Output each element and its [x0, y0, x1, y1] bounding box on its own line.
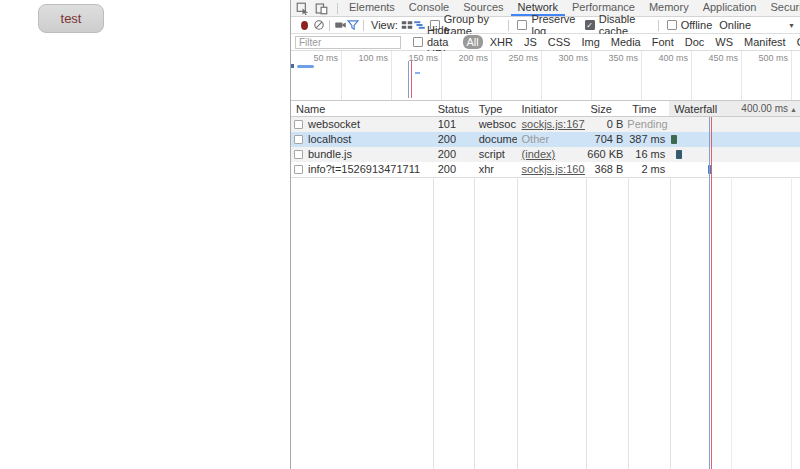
- request-size: 660 KB: [585, 147, 627, 162]
- devtools-panel: ElementsConsoleSourcesNetworkPerformance…: [290, 0, 800, 469]
- load-event-line: [711, 117, 712, 469]
- funnel-icon: [347, 19, 359, 31]
- filter-pill-xhr[interactable]: XHR: [486, 35, 517, 49]
- filter-pill-js[interactable]: JS: [520, 35, 541, 49]
- network-requests-table: Name Status Type Initiator Size Time Wat…: [291, 101, 800, 469]
- row-checkbox[interactable]: [294, 120, 303, 129]
- column-header-waterfall[interactable]: Waterfall 400.00 ms▲: [669, 101, 800, 116]
- filter-toggle-button[interactable]: [347, 19, 359, 32]
- row-checkbox[interactable]: [294, 135, 303, 144]
- tab-elements[interactable]: Elements: [342, 0, 402, 16]
- offline-checkbox[interactable]: Offline: [667, 19, 713, 31]
- domcontentloaded-line: [709, 117, 710, 469]
- initiator-link[interactable]: sockjs.js:1679: [522, 118, 586, 130]
- table-row[interactable]: info?t=1526913471711 200 xhr sockjs.js:1…: [291, 162, 800, 177]
- request-status: 200: [433, 147, 474, 162]
- capture-screenshots-button[interactable]: [334, 19, 347, 32]
- test-button[interactable]: test: [38, 4, 104, 33]
- large-request-rows-button[interactable]: [401, 19, 413, 32]
- table-row[interactable]: websocket 101 websoc... sockjs.js:1679 0…: [291, 117, 800, 132]
- request-time: 16 ms: [627, 147, 669, 162]
- request-time: 387 ms: [627, 132, 669, 147]
- separator: [508, 20, 509, 31]
- inspect-cursor-icon: [296, 2, 309, 15]
- request-name: websocket: [308, 117, 360, 132]
- checkbox-box[interactable]: [667, 20, 677, 30]
- request-initiator: Other: [517, 132, 586, 147]
- filter-input[interactable]: [295, 36, 401, 49]
- filter-pill-doc[interactable]: Doc: [681, 35, 709, 49]
- overview-tick-label: 400 ms: [642, 53, 688, 63]
- overview-tick-label: 500 ms: [742, 53, 788, 63]
- overview-tick-label: 50 ms: [292, 53, 338, 63]
- overview-tick-label: 200 ms: [442, 53, 488, 63]
- request-type: script: [474, 147, 517, 162]
- request-waterfall-cell: [669, 162, 800, 177]
- checkbox-box[interactable]: [517, 20, 527, 30]
- filter-pill-other[interactable]: Other: [793, 35, 800, 49]
- tab-memory[interactable]: Memory: [642, 0, 696, 16]
- column-header-time[interactable]: Time: [627, 103, 669, 115]
- inspect-element-button[interactable]: [295, 2, 310, 15]
- request-waterfall-cell: [669, 117, 800, 132]
- domcontentloaded-line: [408, 61, 409, 98]
- table-row[interactable]: bundle.js 200 script (index) 660 KB 16 m…: [291, 147, 800, 162]
- table-body: websocket 101 websoc... sockjs.js:1679 0…: [291, 117, 800, 177]
- row-checkbox[interactable]: [294, 150, 303, 159]
- checkbox-box-checked[interactable]: ✓: [585, 20, 595, 30]
- network-toolbar: View: Group by frame Preserve log ✓ Dis: [291, 17, 800, 34]
- overview-request-mark: [291, 64, 294, 68]
- filter-pill-media[interactable]: Media: [607, 35, 645, 49]
- device-toolbar-button[interactable]: [314, 2, 329, 15]
- request-status: 200: [433, 162, 474, 177]
- request-name: localhost: [308, 132, 351, 147]
- chevron-down-icon[interactable]: ▼: [788, 22, 795, 29]
- column-header-type[interactable]: Type: [474, 103, 517, 115]
- column-header-status[interactable]: Status: [433, 103, 474, 115]
- request-initiator: (index): [517, 147, 586, 162]
- clear-network-log-button[interactable]: [313, 19, 325, 32]
- initiator-link[interactable]: (index): [522, 148, 556, 160]
- filter-pill-all[interactable]: All: [463, 35, 483, 49]
- request-time: 2 ms: [627, 162, 669, 177]
- network-filterbar: Hide data URLs AllXHRJSCSSImgMediaFontDo…: [291, 34, 800, 51]
- separator: [337, 3, 338, 14]
- request-type: websoc...: [474, 117, 517, 132]
- filter-pill-css[interactable]: CSS: [544, 35, 575, 49]
- clear-icon: [313, 19, 325, 31]
- initiator-link[interactable]: sockjs.js:1601: [522, 163, 586, 175]
- overview-tick-label: 300 ms: [542, 53, 588, 63]
- filter-pill-font[interactable]: Font: [648, 35, 678, 49]
- column-header-size[interactable]: Size: [585, 103, 627, 115]
- overview-tick-label: 150 ms: [392, 53, 438, 63]
- tab-security[interactable]: Security: [763, 0, 800, 16]
- overview-tick-label: 450 ms: [692, 53, 738, 63]
- checkbox-box[interactable]: [413, 37, 423, 47]
- overview-gridline: [791, 51, 792, 100]
- record-network-log-button[interactable]: [301, 21, 308, 30]
- network-overview[interactable]: 50 ms100 ms150 ms200 ms250 ms300 ms350 m…: [291, 51, 800, 101]
- request-initiator: sockjs.js:1679: [517, 117, 586, 132]
- filter-pill-img[interactable]: Img: [577, 35, 603, 49]
- column-header-initiator[interactable]: Initiator: [517, 103, 586, 115]
- overview-request-mark: [415, 72, 420, 74]
- overview-tick-label: 250 ms: [492, 53, 538, 63]
- filter-pill-ws[interactable]: WS: [711, 35, 737, 49]
- sort-ascending-icon: ▲: [790, 106, 797, 113]
- tab-application[interactable]: Application: [696, 0, 764, 16]
- waterfall-bar: [671, 135, 677, 144]
- separator: [658, 20, 659, 31]
- row-checkbox[interactable]: [294, 165, 303, 174]
- table-row[interactable]: localhost 200 document Other 704 B 387 m…: [291, 132, 800, 147]
- grid-rows-icon: [401, 19, 413, 31]
- request-waterfall-cell: [669, 132, 800, 147]
- waterfall-scale-label: 400.00 ms▲: [741, 103, 797, 114]
- overview-tick-label: 100 ms: [342, 53, 388, 63]
- column-header-name[interactable]: Name: [291, 103, 433, 115]
- initiator-text: Other: [522, 133, 550, 145]
- filter-pill-manifest[interactable]: Manifest: [740, 35, 790, 49]
- separator: [363, 20, 364, 31]
- throttling-select[interactable]: Online: [719, 19, 751, 31]
- request-time: Pending: [627, 117, 669, 132]
- offline-label: Offline: [681, 19, 713, 31]
